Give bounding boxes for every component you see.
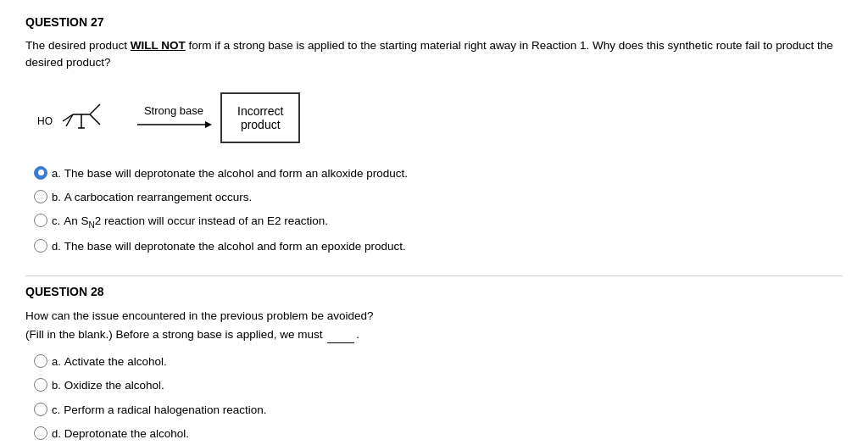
page: QUESTION 27 The desired product WILL NOT… [0, 0, 868, 445]
q28-option-d-text: Deprotonate the alcohol. [64, 426, 189, 442]
q27-radio-d[interactable] [34, 239, 47, 253]
question-28-block: QUESTION 28 How can the issue encountere… [25, 285, 843, 445]
product-label: Incorrectproduct [237, 104, 283, 131]
q28-title: QUESTION 28 [25, 285, 843, 298]
q27-option-d-key: d. [52, 238, 61, 255]
q28-option-c-key: c. [52, 402, 60, 419]
svg-line-3 [90, 104, 100, 114]
q28-text: How can the issue encountered in the pre… [25, 307, 843, 343]
q28-option-b-text: Oxidize the alcohol. [64, 377, 164, 394]
reaction-arrow-container: Strong base [136, 104, 212, 131]
q28-option-c-text: Perform a radical halogenation reaction. [64, 402, 266, 419]
q27-option-a-key: a. [52, 165, 61, 182]
q28-option-d-key: d. [52, 426, 61, 442]
q28-option-b[interactable]: b. Oxidize the alcohol. [34, 377, 843, 394]
svg-line-4 [90, 114, 100, 125]
q28-option-c[interactable]: c. Perform a radical halogenation reacti… [34, 402, 843, 419]
svg-marker-9 [205, 121, 212, 128]
svg-text:HO: HO [37, 115, 53, 127]
q28-option-d[interactable]: d. Deprotonate the alcohol. [34, 426, 843, 442]
q28-option-b-key: b. [52, 377, 61, 394]
q27-radio-c[interactable] [34, 214, 47, 227]
q27-option-c-key: c. [52, 213, 60, 230]
q27-option-d[interactable]: d. The base will deprotonate the alcohol… [34, 238, 843, 255]
q27-title: QUESTION 27 [25, 15, 843, 29]
q27-option-b-key: b. [52, 189, 61, 206]
q28-radio-a[interactable] [34, 354, 47, 368]
product-box: Incorrectproduct [220, 92, 300, 143]
q28-options: a. Activate the alcohol. b. Oxidize the … [34, 353, 843, 445]
q27-option-c[interactable]: c. An SN2 reaction will occur instead of… [34, 213, 843, 231]
blank-line [327, 342, 354, 343]
q27-radio-a-inner [38, 170, 44, 175]
q27-option-a[interactable]: a. The base will deprotonate the alcohol… [34, 165, 843, 182]
q27-option-a-text: The base will deprotonate the alcohol an… [64, 165, 408, 182]
q28-text-line1: How can the issue encountered in the pre… [25, 309, 374, 322]
reaction-arrow [136, 119, 212, 131]
q28-option-a[interactable]: a. Activate the alcohol. [34, 353, 843, 370]
q28-radio-b[interactable] [34, 378, 47, 392]
q27-option-c-text: An SN2 reaction will occur instead of an… [64, 213, 328, 231]
reagent-label: Strong base [144, 104, 203, 117]
q27-text: The desired product WILL NOT form if a s… [25, 37, 843, 72]
reaction-diagram: HO Strong base [34, 84, 843, 152]
q27-text-bold: WILL NOT [131, 39, 186, 52]
q28-text-line2: (Fill in the blank.) Before a strong bas… [25, 328, 359, 341]
question-27-block: QUESTION 27 The desired product WILL NOT… [25, 15, 843, 276]
q27-option-b-text: A carbocation rearrangement occurs. [64, 189, 252, 206]
molecule-structure: HO [34, 84, 127, 152]
q28-radio-c[interactable] [34, 403, 47, 416]
q27-text-part1: The desired product [25, 39, 131, 52]
q28-option-a-text: Activate the alcohol. [64, 353, 167, 370]
q27-option-d-text: The base will deprotonate the alcohol an… [64, 238, 406, 255]
q27-options: a. The base will deprotonate the alcohol… [34, 165, 843, 255]
q27-radio-b[interactable] [34, 190, 47, 203]
q28-option-a-key: a. [52, 353, 61, 370]
q28-radio-d[interactable] [34, 426, 47, 440]
q27-radio-a[interactable] [34, 166, 47, 180]
q27-option-b[interactable]: b. A carbocation rearrangement occurs. [34, 189, 843, 206]
